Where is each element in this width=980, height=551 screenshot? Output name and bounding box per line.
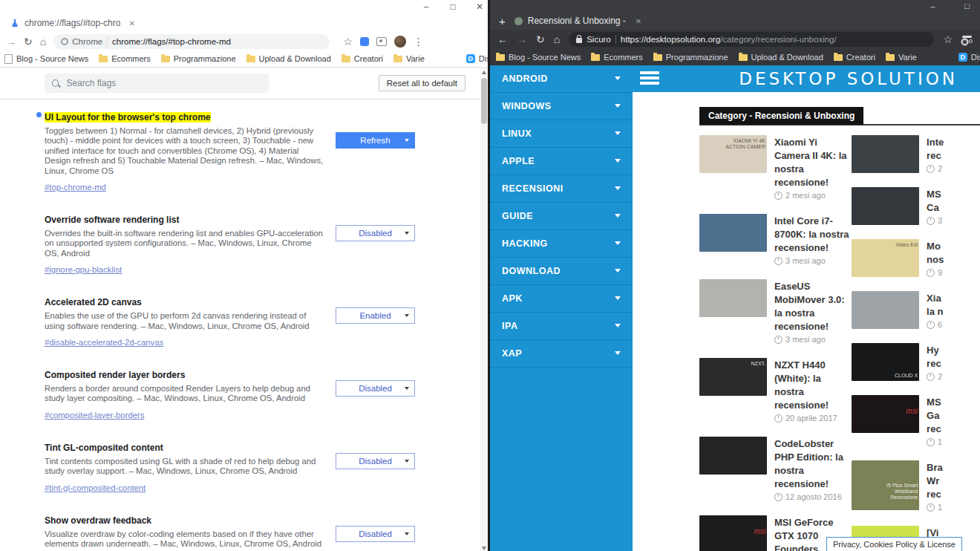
sidebar-item-xap[interactable]: XAP bbox=[490, 340, 633, 368]
sidebar-item-download[interactable]: DOWNLOAD bbox=[490, 258, 633, 285]
address-bar[interactable]: Chrome chrome://flags/#top-chrome-md bbox=[53, 34, 330, 49]
tab-close-icon[interactable]: ✕ bbox=[636, 17, 641, 25]
new-tab-icon[interactable]: + bbox=[499, 15, 506, 27]
flag-permalink[interactable]: #composited-layer-borders bbox=[45, 411, 144, 420]
sidebar-item-apk[interactable]: APK bbox=[490, 285, 633, 313]
privacy-policy-link[interactable]: Privacy, Cookies Policy & License bbox=[826, 537, 962, 551]
article-item[interactable]: NZXT. NZXT H440 (White): la nostra recen… bbox=[699, 358, 852, 423]
camera-icon[interactable] bbox=[376, 37, 387, 46]
article-thumbnail[interactable] bbox=[852, 291, 919, 329]
article-title[interactable]: Hyrec bbox=[927, 345, 941, 369]
search-input[interactable] bbox=[65, 77, 261, 89]
site-logo[interactable]: DESKTOP SOLUTION bbox=[739, 69, 958, 88]
sidebar-item-android[interactable]: ANDROID bbox=[490, 65, 633, 93]
article-thumbnail[interactable] bbox=[852, 135, 919, 173]
article-title[interactable]: MSGarec bbox=[927, 397, 941, 434]
sidebar-item-ipa[interactable]: IPA bbox=[490, 313, 633, 340]
article-thumbnail[interactable]: Video Edi bbox=[852, 239, 919, 277]
bookmark-folder[interactable]: Ecommers bbox=[99, 54, 151, 63]
user-avatar[interactable] bbox=[394, 36, 406, 48]
article-thumbnail[interactable]: msi bbox=[852, 395, 919, 433]
article-title[interactable]: Interec bbox=[927, 137, 944, 161]
bookmark-folder[interactable]: Varie bbox=[393, 54, 425, 63]
article-item[interactable]: CodeLobster PHP Edition: la nostra recen… bbox=[699, 437, 852, 501]
article-thumbnail[interactable]: NZXT. bbox=[699, 358, 767, 396]
minimize-button[interactable]: – bbox=[421, 1, 431, 12]
article-item[interactable]: Intel Core i7-8700K: la nostra recension… bbox=[699, 214, 852, 265]
article-item[interactable]: I5 Plus Smart Wristband Recensione BraWr… bbox=[852, 460, 980, 512]
tab-recensioni[interactable]: Recensioni & Unboxing - ✕ bbox=[514, 16, 641, 26]
bookmark-folder[interactable]: Blog - Source News bbox=[496, 53, 581, 62]
article-title[interactable]: Monos bbox=[927, 241, 944, 265]
bookmark-disqus[interactable]: DDisqus bbox=[466, 54, 488, 63]
address-bar[interactable]: Sicuro https://desktopsolution.org/categ… bbox=[569, 32, 934, 47]
titlebar[interactable]: – □ bbox=[490, 0, 980, 12]
flag-permalink[interactable]: #ignore-gpu-blacklist bbox=[45, 265, 122, 274]
bookmark-folder[interactable]: Upload & Download bbox=[246, 54, 331, 63]
article-thumbnail[interactable] bbox=[852, 187, 919, 225]
bookmark-item[interactable]: Blog - Source News bbox=[4, 54, 88, 64]
bookmark-folder[interactable]: Upload & Download bbox=[739, 53, 823, 62]
article-thumbnail[interactable]: XIAOMI YI 4K ACTION CAMER bbox=[699, 135, 767, 173]
article-thumbnail[interactable]: msi bbox=[699, 515, 767, 551]
bookmark-star-icon[interactable]: ☆ bbox=[343, 36, 353, 47]
reload-icon[interactable]: ↻ bbox=[536, 34, 545, 45]
article-item[interactable]: Interec 2 bbox=[852, 135, 980, 173]
vertical-scrollbar[interactable] bbox=[480, 68, 488, 551]
bookmark-folder[interactable]: Ecommers bbox=[591, 53, 643, 62]
bookmark-folder[interactable]: Programmazione bbox=[653, 53, 728, 62]
forward-icon[interactable]: → bbox=[517, 34, 527, 45]
article-item[interactable]: CLOUD X Hyrec 2 bbox=[852, 343, 980, 381]
bookmark-folder[interactable]: Programmazione bbox=[161, 54, 236, 63]
article-thumbnail[interactable]: CLOUD X bbox=[852, 343, 919, 381]
tab-close-icon[interactable]: ✕ bbox=[128, 19, 134, 27]
article-item[interactable]: Video Edi Monos 9 bbox=[852, 239, 980, 277]
flag-permalink[interactable]: #tint-gl-composited-content bbox=[45, 483, 146, 492]
back-icon[interactable]: ← bbox=[497, 34, 508, 45]
reset-all-button[interactable]: Reset all to default bbox=[379, 75, 466, 91]
minimize-button[interactable]: – bbox=[930, 1, 935, 10]
sidebar-item-windows[interactable]: WINDOWS bbox=[490, 93, 633, 120]
close-button[interactable]: ✕ bbox=[474, 1, 485, 12]
article-title[interactable]: MSCa bbox=[927, 189, 941, 213]
forward-icon[interactable]: → bbox=[6, 36, 16, 47]
flag-permalink[interactable]: #disable-accelerated-2d-canvas bbox=[45, 338, 163, 347]
home-icon[interactable]: ⌂ bbox=[554, 34, 560, 45]
article-title[interactable]: BraWrrec bbox=[927, 462, 943, 500]
article-item[interactable]: XIAOMI YI 4K ACTION CAMER Xiaomi Yi Came… bbox=[699, 135, 852, 200]
article-thumbnail[interactable] bbox=[699, 279, 767, 317]
home-icon[interactable]: ⌂ bbox=[40, 36, 46, 47]
scroll-up-icon[interactable] bbox=[482, 71, 486, 74]
flag-value-dropdown[interactable]: Disabled bbox=[336, 225, 415, 241]
article-title[interactable]: Intel Core i7-8700K: la nostra recension… bbox=[774, 215, 849, 253]
flag-value-dropdown[interactable]: Disabled bbox=[336, 453, 415, 469]
article-item[interactable]: EaseUS MobiMover 3.0: la nostra recensio… bbox=[699, 279, 852, 344]
tab-chrome-flags[interactable]: chrome://flags/#top-chro ✕ bbox=[10, 18, 135, 28]
search-flags-box[interactable] bbox=[45, 74, 269, 93]
article-title[interactable]: NZXT H440 (White): la nostra recensione! bbox=[774, 359, 829, 411]
maximize-button[interactable]: □ bbox=[964, 1, 970, 10]
article-title[interactable]: MSI GeForce GTX 1070 Founders Edition: l… bbox=[774, 517, 833, 551]
article-item[interactable]: Xiala n 6 bbox=[852, 291, 980, 329]
sidebar-item-apple[interactable]: APPLE bbox=[490, 148, 633, 175]
article-title[interactable]: CodeLobster PHP Edition: la nostra recen… bbox=[774, 438, 843, 489]
reload-icon[interactable]: ↻ bbox=[24, 36, 33, 47]
titlebar[interactable]: – □ ✕ bbox=[0, 0, 488, 13]
menu-icon[interactable]: ⋮ bbox=[414, 36, 424, 47]
hamburger-menu-icon[interactable] bbox=[640, 71, 659, 86]
scrollbar-thumb[interactable] bbox=[481, 78, 487, 124]
flag-value-dropdown[interactable]: Disabled bbox=[336, 526, 415, 542]
flag-value-dropdown[interactable]: Refresh bbox=[336, 132, 415, 149]
article-thumbnail[interactable]: I5 Plus Smart Wristband Recensione bbox=[852, 460, 919, 510]
sidebar-item-recensioni[interactable]: RECENSIONI bbox=[490, 175, 633, 203]
flag-permalink[interactable]: #top-chrome-md bbox=[45, 183, 106, 192]
article-title[interactable]: Xiaomi Yi Camera II 4K: la nostra recens… bbox=[774, 137, 847, 188]
sidebar-item-guide[interactable]: GUIDE bbox=[490, 203, 633, 230]
bookmark-star-icon[interactable]: ☆ bbox=[943, 34, 953, 45]
extension-icon[interactable] bbox=[360, 37, 369, 46]
flag-value-dropdown[interactable]: Enabled bbox=[336, 307, 415, 324]
article-item[interactable]: msi MSGarec 1 bbox=[852, 395, 980, 446]
sidebar-item-hacking[interactable]: HACKING bbox=[490, 230, 633, 258]
article-title[interactable]: Xiala n bbox=[927, 293, 943, 317]
article-thumbnail[interactable] bbox=[699, 437, 767, 475]
